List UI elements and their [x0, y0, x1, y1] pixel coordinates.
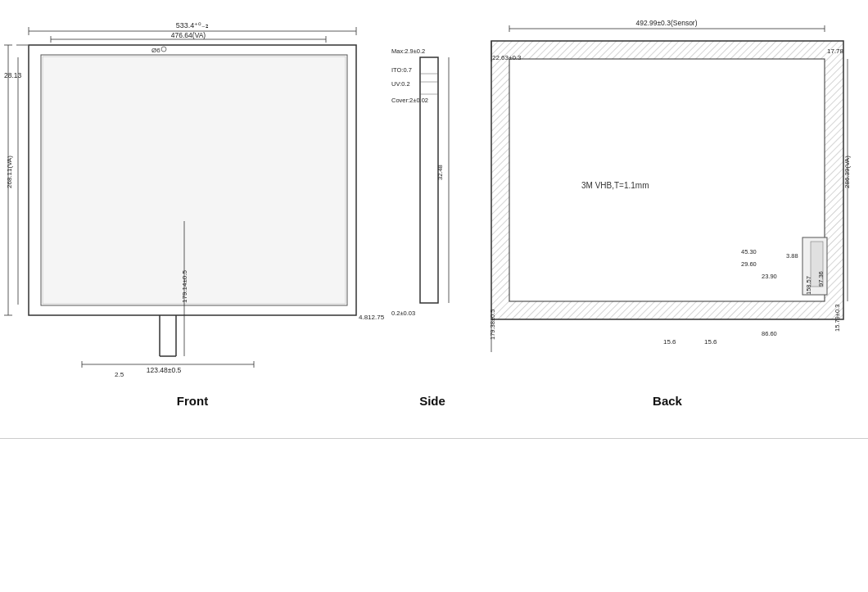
svg-text:UV:0.2: UV:0.2: [391, 80, 410, 88]
svg-text:3M VHB,T=1.1mm: 3M VHB,T=1.1mm: [581, 181, 649, 190]
svg-text:533.4⁺⁰₋₂: 533.4⁺⁰₋₂: [176, 21, 210, 29]
svg-text:179.38±0.5: 179.38±0.5: [489, 310, 496, 340]
svg-text:179.14±0.5: 179.14±0.5: [181, 269, 188, 303]
svg-text:Cover:2±0.02: Cover:2±0.02: [391, 97, 428, 104]
svg-text:0.2±0.03: 0.2±0.03: [391, 310, 415, 317]
svg-text:Back: Back: [653, 394, 683, 408]
svg-text:29.60: 29.60: [741, 260, 757, 268]
svg-text:2.5: 2.5: [115, 371, 124, 378]
svg-rect-47: [509, 59, 825, 301]
svg-text:28.13: 28.13: [4, 71, 22, 79]
svg-text:15.79±0.3: 15.79±0.3: [834, 305, 841, 332]
svg-text:492.99±0.3(Sensor): 492.99±0.3(Sensor): [635, 19, 697, 27]
svg-text:3.88: 3.88: [786, 252, 798, 260]
svg-text:123.48±0.5: 123.48±0.5: [147, 366, 182, 374]
svg-text:15.6: 15.6: [663, 338, 676, 346]
svg-text:97.36: 97.36: [817, 271, 825, 287]
svg-text:4.812.75: 4.812.75: [359, 314, 385, 321]
svg-text:Side: Side: [419, 394, 445, 408]
svg-text:45.30: 45.30: [741, 248, 757, 255]
svg-text:Max:2.9±0.2: Max:2.9±0.2: [391, 47, 425, 55]
svg-text:ITO:0.7: ITO:0.7: [391, 66, 412, 74]
svg-text:86.60: 86.60: [762, 330, 777, 337]
svg-rect-2: [43, 56, 346, 304]
bottom-section: Technical parameIters 1.Cover Glass+Loca…: [0, 438, 868, 592]
svg-text:15.6: 15.6: [704, 338, 717, 346]
svg-text:286.39(VA): 286.39(VA): [843, 156, 851, 188]
svg-text:158.57: 158.57: [805, 276, 812, 295]
svg-text:Front: Front: [177, 394, 208, 408]
svg-text:22.63±0.3: 22.63±0.3: [492, 54, 522, 61]
svg-point-20: [161, 47, 166, 52]
svg-text:32.48: 32.48: [436, 165, 444, 180]
svg-text:17.78: 17.78: [827, 47, 844, 55]
svg-text:Ø6: Ø6: [151, 47, 160, 54]
svg-text:23.90: 23.90: [762, 273, 777, 280]
svg-text:268.11(VA): 268.11(VA): [6, 156, 13, 188]
svg-text:476.64(VA): 476.64(VA): [171, 31, 206, 39]
